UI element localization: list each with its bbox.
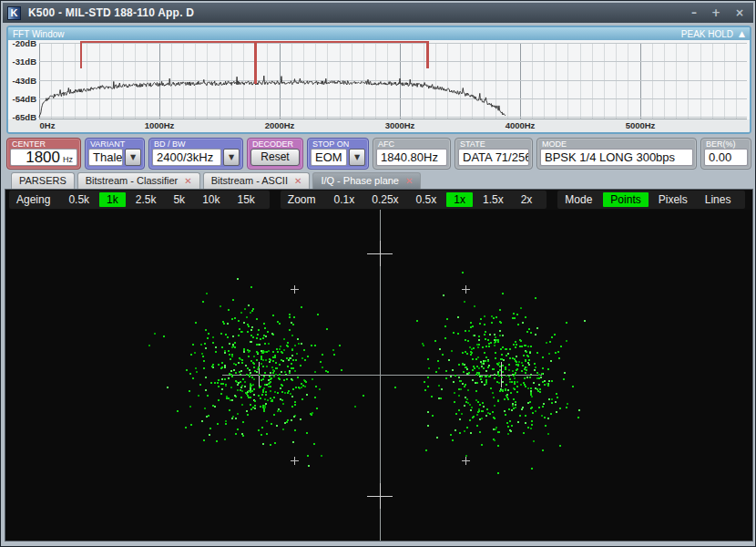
fft-panel-header: FFT Window PEAK HOLD ▲ — [8, 27, 750, 40]
center-label: CENTER — [10, 139, 77, 149]
peak-hold-toggle[interactable]: PEAK HOLD ▲ — [681, 29, 745, 39]
chevron-down-icon[interactable]: ▼ — [223, 149, 240, 166]
afc-value: 1840.80Hz — [376, 149, 447, 166]
title-bar: K K500 - MIL-STD 188-110 App. D – + × — [3, 3, 753, 23]
phase-plane-toolbar: Ageing 0.5k 1k 2.5k 5k 10k 15k Zoom 0.1x… — [5, 190, 752, 210]
stop-on-label: STOP ON — [311, 139, 365, 149]
zoom-0.1x-button[interactable]: 0.1x — [327, 192, 363, 207]
ageing-group: Ageing 0.5k 1k 2.5k 5k 10k 15k — [9, 191, 270, 209]
svg-text:-54dB: -54dB — [13, 94, 37, 104]
ageing-label: Ageing — [16, 193, 50, 206]
zoom-1.5x-button[interactable]: 1.5x — [475, 192, 511, 207]
iq-constellation-chart — [5, 210, 752, 541]
zoom-1x-button[interactable]: 1x — [446, 192, 473, 207]
mode-pixels-button[interactable]: Pixels — [651, 192, 695, 207]
close-tab-icon[interactable]: ✕ — [294, 177, 301, 186]
svg-text:-20dB: -20dB — [13, 40, 37, 48]
stop-on-dropdown[interactable]: EOM — [311, 149, 347, 166]
baud-bandwidth-label: BD / BW — [152, 139, 240, 149]
svg-text:0Hz: 0Hz — [40, 120, 56, 130]
ber-label: BER(%) — [704, 139, 748, 149]
fft-panel-title: FFT Window — [13, 29, 65, 39]
svg-text:3000Hz: 3000Hz — [385, 120, 415, 130]
mode-points-button[interactable]: Points — [603, 192, 648, 207]
ageing-2.5k-button[interactable]: 2.5k — [128, 192, 164, 207]
zoom-2x-button[interactable]: 2x — [514, 192, 540, 207]
baud-bandwidth-panel: BD / BW 2400/3kHz ▼ — [148, 138, 243, 170]
window-controls: – + × — [691, 6, 744, 19]
svg-text:5000Hz: 5000Hz — [626, 120, 656, 130]
tab-label: PARSERS — [19, 173, 66, 189]
center-frequency-field[interactable]: 1800 Hz — [10, 149, 77, 166]
ageing-5k-button[interactable]: 5k — [166, 192, 192, 207]
fft-panel: FFT Window PEAK HOLD ▲ -20dB-31dB-43dB-5… — [6, 26, 751, 134]
app-icon: K — [7, 6, 21, 20]
collapse-arrow-icon[interactable]: ▲ — [739, 29, 745, 38]
center-frequency-value: 1800 — [26, 150, 60, 165]
tab-parsers[interactable]: PARSERS — [11, 172, 75, 189]
tab-bar: PARSERS Bitstream - Classifier ✕ Bitstre… — [11, 172, 421, 189]
state-value: DATA 71/256 — [458, 149, 529, 166]
mode-panel: MODE BPSK 1/4 LONG 300bps — [536, 138, 697, 170]
ageing-1k-button[interactable]: 1k — [99, 192, 126, 207]
window-title: K500 - MIL-STD 188-110 App. D — [28, 6, 194, 19]
tab-iq-phase-plane[interactable]: I/Q - Phase plane ✕ — [312, 172, 421, 189]
svg-text:2000Hz: 2000Hz — [265, 120, 295, 130]
variant-label: VARIANT — [88, 139, 141, 149]
stop-on-panel: STOP ON EOM ▼ — [307, 138, 369, 170]
baud-bandwidth-dropdown[interactable]: 2400/3kHz — [152, 149, 221, 166]
draw-mode-label: Mode — [565, 193, 592, 206]
tab-label: Bitstream - Classifier — [86, 173, 178, 189]
zoom-0.25x-button[interactable]: 0.25x — [364, 192, 405, 207]
zoom-label: Zoom — [288, 193, 316, 206]
variant-panel: VARIANT Thales ▼ — [85, 138, 145, 170]
fft-spectrum-chart: -20dB-31dB-43dB-54dB-65dB0Hz1000Hz2000Hz… — [8, 40, 750, 134]
tab-label: I/Q - Phase plane — [321, 173, 399, 189]
zoom-group: Zoom 0.1x 0.25x 0.5x 1x 1.5x 2x — [281, 191, 547, 209]
svg-text:-31dB: -31dB — [13, 57, 37, 67]
close-button[interactable]: × — [735, 6, 744, 19]
decoder-reset-button[interactable]: Reset — [250, 149, 300, 166]
app-window: K K500 - MIL-STD 188-110 App. D – + × FF… — [0, 0, 756, 547]
close-tab-icon[interactable]: ✕ — [184, 177, 191, 186]
ageing-10k-button[interactable]: 10k — [195, 192, 227, 207]
mode-label: MODE — [540, 139, 693, 149]
afc-panel: AFC 1840.80Hz — [373, 138, 451, 170]
ber-value: 0.00 — [704, 149, 748, 166]
mode-group: Mode Points Pixels Lines — [557, 191, 745, 209]
center-frequency-panel: CENTER 1800 Hz — [6, 138, 81, 170]
ageing-0.5k-button[interactable]: 0.5k — [61, 192, 97, 207]
decoder-panel: DECODER Reset — [247, 138, 303, 170]
chevron-down-icon[interactable]: ▼ — [125, 149, 141, 166]
variant-dropdown[interactable]: Thales — [88, 149, 123, 166]
tab-bitstream-ascii[interactable]: Bitstream - ASCII ✕ — [203, 172, 311, 189]
mode-lines-button[interactable]: Lines — [698, 192, 739, 207]
minimize-button[interactable]: – — [691, 6, 697, 19]
peak-hold-label: PEAK HOLD — [681, 29, 733, 39]
center-frequency-unit: Hz — [63, 152, 73, 166]
svg-text:1000Hz: 1000Hz — [145, 120, 175, 130]
mode-value: BPSK 1/4 LONG 300bps — [540, 149, 693, 166]
phase-plane-panel: Ageing 0.5k 1k 2.5k 5k 10k 15k Zoom 0.1x… — [5, 189, 753, 542]
svg-text:-65dB: -65dB — [13, 112, 37, 122]
svg-text:4000Hz: 4000Hz — [506, 120, 536, 130]
ageing-15k-button[interactable]: 15k — [230, 192, 261, 207]
ber-panel: BER(%) 0.00 — [700, 138, 751, 170]
close-tab-icon[interactable]: ✕ — [405, 177, 413, 186]
zoom-0.5x-button[interactable]: 0.5x — [409, 192, 444, 207]
state-label: STATE — [458, 139, 529, 149]
maximize-button[interactable]: + — [711, 6, 720, 19]
chevron-down-icon[interactable]: ▼ — [349, 149, 365, 166]
tab-label: Bitstream - ASCII — [211, 173, 288, 189]
afc-label: AFC — [376, 139, 447, 149]
tab-bitstream-classifier[interactable]: Bitstream - Classifier ✕ — [77, 172, 200, 189]
svg-text:-43dB: -43dB — [13, 76, 37, 86]
decoder-label: DECODER — [250, 139, 300, 149]
state-panel: STATE DATA 71/256 — [455, 138, 533, 170]
